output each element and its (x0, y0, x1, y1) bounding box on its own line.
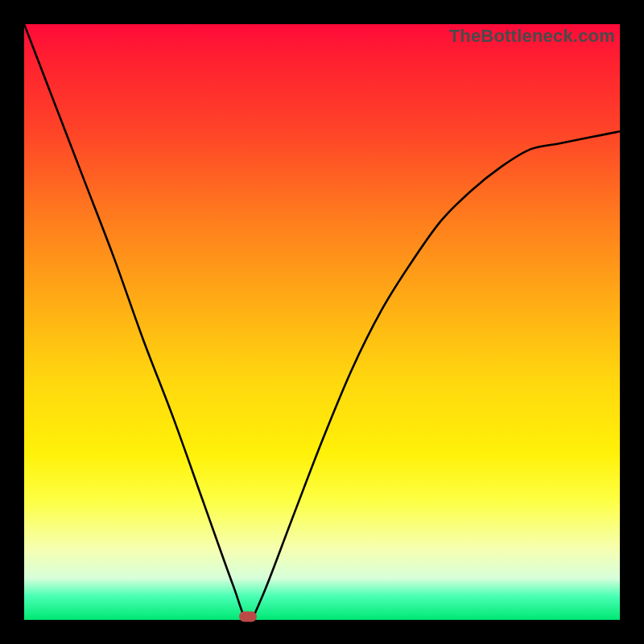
bottleneck-curve (24, 24, 620, 620)
chart-frame: TheBottleneck.com (0, 0, 644, 644)
plot-area: TheBottleneck.com (24, 24, 620, 620)
bottleneck-marker (239, 612, 257, 622)
